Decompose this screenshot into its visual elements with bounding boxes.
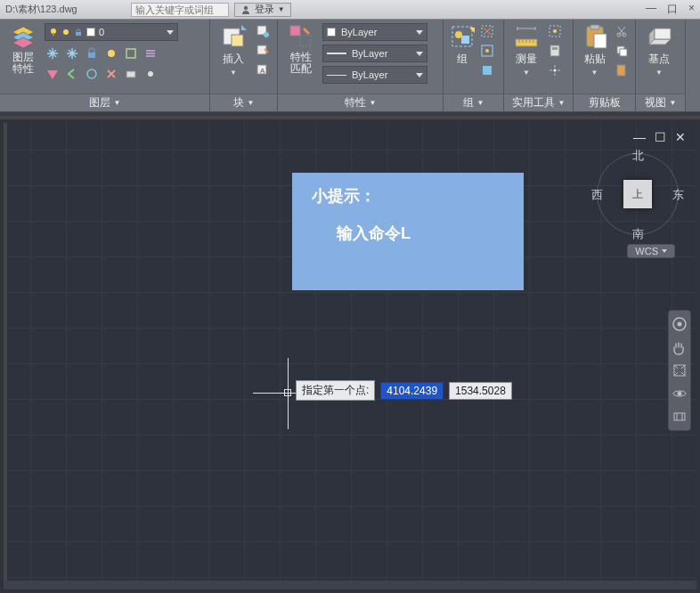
svg-point-38 — [554, 69, 557, 72]
showmotion-icon[interactable] — [672, 409, 688, 425]
vp-min-button[interactable]: — — [633, 130, 646, 144]
panel-layers: 图层 特性 0 — [0, 20, 210, 111]
svg-point-9 — [108, 50, 115, 57]
layer-iso-icon[interactable] — [123, 45, 139, 61]
panel-properties: 特性 匹配 ByLayer ByLayer ByLayer — [278, 20, 444, 111]
nav-bar — [668, 310, 691, 431]
window-max-button[interactable]: 口 — [667, 2, 678, 17]
drawing-viewport[interactable]: — ☐ ✕ 上 北 南 西 东 WCS — [4, 123, 696, 589]
viewcube-south-label[interactable]: 南 — [632, 226, 644, 242]
layer-freeze2-icon[interactable] — [64, 45, 80, 61]
color-combo[interactable]: ByLayer — [322, 23, 427, 41]
paste-button[interactable]: 粘贴 ▼ — [579, 23, 610, 77]
svg-rect-8 — [88, 53, 95, 58]
group-select-icon[interactable] — [479, 62, 495, 78]
panel-block: 插入 ▼ A 块 ▼ — [210, 20, 278, 111]
panel-clip-footer: 剪贴板 — [574, 93, 635, 111]
ungroup-icon[interactable] — [479, 23, 495, 39]
lineweight-combo[interactable]: ByLayer — [322, 45, 427, 62]
layer-delete-icon[interactable] — [103, 66, 119, 82]
dyn-y-field[interactable]: 1534.5028 — [449, 382, 512, 400]
calculator-icon[interactable] — [547, 43, 563, 59]
svg-rect-27 — [461, 36, 469, 44]
svg-rect-32 — [483, 66, 492, 75]
vp-max-button[interactable]: ☐ — [655, 130, 666, 144]
lock-icon — [74, 28, 83, 37]
wcs-selector[interactable]: WCS — [627, 244, 675, 258]
h-scrollbar[interactable] — [4, 581, 696, 589]
insert-button[interactable]: 插入 ▼ — [216, 23, 251, 77]
match-properties-button[interactable]: 特性 匹配 — [283, 23, 319, 75]
panel-layers-footer[interactable]: 图层 ▼ — [0, 93, 209, 111]
edit-block-icon[interactable] — [255, 43, 271, 59]
panel-view-footer[interactable]: 视图 ▼ — [636, 93, 685, 111]
steering-wheel-icon[interactable] — [672, 316, 688, 332]
svg-rect-40 — [590, 25, 599, 29]
svg-rect-46 — [617, 65, 625, 76]
point-id-icon[interactable] — [547, 62, 563, 78]
svg-rect-41 — [594, 34, 606, 48]
linetype-combo[interactable]: ByLayer — [322, 66, 427, 84]
pan-hand-icon[interactable] — [672, 339, 688, 355]
panel-props-footer[interactable]: 特性 ▼ — [278, 93, 443, 111]
panel-util-footer[interactable]: 实用工具 ▼ — [504, 93, 573, 111]
group-label: 组 — [457, 52, 468, 67]
layer-selector-combo[interactable]: 0 — [45, 23, 178, 41]
window-min-button[interactable]: — — [646, 2, 656, 17]
keyword-search-input[interactable] — [131, 3, 229, 17]
attr-edit-icon[interactable]: A — [255, 62, 271, 78]
layer-walk-icon[interactable] — [84, 66, 100, 82]
svg-rect-7 — [76, 32, 81, 36]
svg-rect-37 — [552, 47, 558, 50]
insert-label: 插入 — [223, 52, 244, 67]
svg-rect-13 — [126, 71, 135, 77]
layer-match-icon[interactable] — [45, 66, 61, 82]
orbit-icon[interactable] — [672, 386, 688, 402]
panel-block-footer[interactable]: 块 ▼ — [210, 93, 277, 111]
login-button[interactable]: 登录 ▼ — [234, 3, 291, 17]
basepoint-label: 基点 — [648, 52, 670, 67]
vp-close-button[interactable]: ✕ — [675, 130, 686, 144]
layer-prev-icon[interactable] — [64, 66, 80, 82]
match-props-label: 特性 匹配 — [290, 52, 312, 75]
layer-merge-icon[interactable] — [142, 45, 159, 61]
layer-properties-button[interactable]: 图层 特性 — [5, 23, 41, 75]
layer-off-icon[interactable] — [103, 45, 119, 61]
viewcube[interactable]: 上 北 南 西 东 — [593, 150, 682, 239]
window-close-button[interactable]: × — [688, 2, 695, 17]
layer-freeze-icon[interactable] — [45, 45, 61, 61]
viewcube-east-label[interactable]: 东 — [672, 187, 684, 203]
group-button[interactable]: 组 — [449, 23, 476, 67]
copyclip-icon[interactable] — [614, 62, 630, 78]
tip-title: 小提示： — [312, 185, 504, 207]
chevron-down-icon — [416, 73, 423, 77]
viewcube-top-face[interactable]: 上 — [623, 180, 652, 208]
zoom-extents-icon[interactable] — [672, 362, 688, 378]
viewcube-north-label[interactable]: 北 — [632, 148, 644, 164]
panel-group-footer[interactable]: 组 ▼ — [444, 93, 503, 111]
select-all-icon[interactable] — [547, 23, 563, 39]
chevron-down-icon — [416, 52, 423, 56]
dyn-prompt: 指定第一个点: — [296, 380, 375, 401]
layer-stack-icon — [10, 23, 37, 50]
layer-lock-icon[interactable] — [84, 45, 100, 61]
copy-icon[interactable] — [614, 43, 630, 59]
measure-button[interactable]: 测量 ▼ — [509, 23, 543, 77]
layer-state-icon[interactable] — [123, 66, 139, 82]
svg-rect-23 — [290, 26, 300, 36]
viewcube-west-label[interactable]: 西 — [591, 187, 603, 203]
layer-misc-icon[interactable] — [142, 66, 159, 82]
group-edit-icon[interactable] — [479, 43, 495, 59]
chevron-down-icon — [662, 249, 667, 253]
cut-icon[interactable] — [614, 23, 630, 39]
title-tabstrip: D:\素材\123.dwg 登录 ▼ — 口 × — [0, 0, 700, 20]
svg-rect-10 — [126, 49, 135, 58]
svg-text:A: A — [260, 67, 265, 75]
create-block-icon[interactable] — [255, 23, 271, 39]
match-props-icon — [288, 23, 314, 50]
dyn-x-field[interactable]: 4104.2439 — [380, 382, 444, 400]
dynamic-input: 指定第一个点: 4104.2439 1534.5028 — [296, 380, 512, 401]
chevron-down-icon — [167, 30, 174, 35]
basepoint-button[interactable]: 基点 ▼ — [641, 23, 677, 77]
layer-name: 0 — [99, 27, 104, 37]
